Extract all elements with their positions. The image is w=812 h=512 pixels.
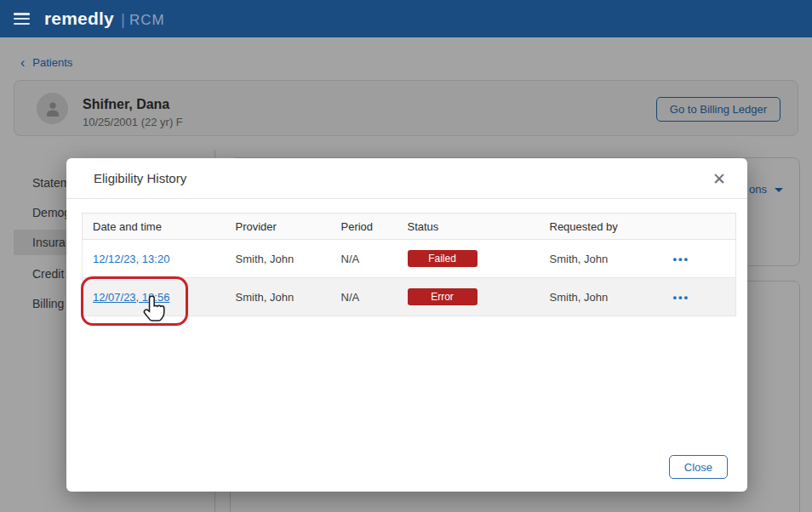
eligibility-history-modal: Eligibility History ✕ Date and time Prov…: [66, 158, 747, 492]
col-status: Status: [397, 213, 540, 240]
close-icon[interactable]: ✕: [708, 168, 730, 191]
col-date-and-time: Date and time: [83, 213, 226, 240]
col-actions: [663, 213, 736, 240]
row-menu-icon[interactable]: •••: [673, 291, 690, 304]
table-header-row: Date and time Provider Period Status Req…: [83, 213, 736, 240]
date-link[interactable]: 12/07/23, 18:56: [93, 291, 169, 304]
brand-logo: remedly | RCM: [44, 9, 165, 29]
period-cell: N/A: [331, 240, 397, 278]
col-period: Period: [331, 213, 397, 240]
period-cell: N/A: [331, 278, 397, 316]
brand-separator: |: [121, 10, 125, 29]
screen: remedly | RCM ‹ Patients Shifner, Dana 1…: [0, 0, 812, 512]
close-button[interactable]: Close: [669, 455, 728, 479]
status-badge: Failed: [408, 250, 477, 267]
requested-by-cell: Smith, John: [540, 278, 663, 316]
table-row: 12/07/23, 18:56 Smith, John N/A Error Sm…: [83, 278, 736, 316]
modal-header: Eligibility History ✕: [66, 158, 747, 199]
app-bar: remedly | RCM: [0, 0, 812, 37]
date-link[interactable]: 12/12/23, 13:20: [93, 253, 169, 265]
hamburger-menu-icon[interactable]: [14, 13, 30, 25]
col-requested-by: Requested by: [540, 213, 663, 240]
modal-title: Eligibility History: [94, 158, 186, 199]
brand-name: remedly: [44, 9, 114, 29]
col-provider: Provider: [226, 213, 331, 240]
provider-cell: Smith, John: [226, 240, 331, 278]
table-row: 12/12/23, 13:20 Smith, John N/A Failed S…: [83, 240, 736, 278]
status-badge: Error: [408, 288, 477, 305]
requested-by-cell: Smith, John: [540, 240, 663, 278]
eligibility-history-table: Date and time Provider Period Status Req…: [82, 213, 736, 316]
provider-cell: Smith, John: [226, 278, 331, 316]
row-menu-icon[interactable]: •••: [673, 253, 690, 265]
brand-product: RCM: [129, 12, 165, 29]
